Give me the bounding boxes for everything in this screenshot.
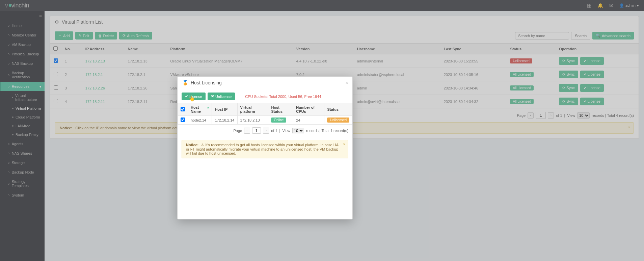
mpager-next[interactable]: ›	[263, 128, 269, 134]
mpager-lbl: Page	[234, 129, 242, 133]
mcol-host[interactable]: Host Name▲	[188, 103, 212, 116]
unlicense-button[interactable]: ✖Unlicense	[208, 93, 235, 100]
license-icon: 🏅	[182, 80, 188, 85]
host-cpus: 24	[293, 116, 324, 125]
mpager-prev[interactable]: ‹	[244, 128, 250, 134]
host-license-badge: Unlicensed	[327, 118, 349, 123]
modal-header: 🏅 Host Licensing ×	[178, 77, 352, 89]
m-check-all[interactable]	[181, 107, 185, 111]
check-icon: ✔	[185, 94, 188, 99]
mcol-vp[interactable]: Virtual platform	[237, 103, 268, 116]
mcol-check[interactable]	[178, 103, 188, 116]
x-icon: ✖	[211, 94, 214, 99]
host-status-cell: Online	[268, 116, 293, 125]
license-button[interactable]: ✔License	[182, 93, 206, 100]
mpager-of: of 1	[271, 129, 277, 133]
mcol-st[interactable]: Status	[324, 103, 352, 116]
host-status-badge: Online	[271, 118, 286, 123]
mpager-view: View	[282, 129, 290, 133]
host-row-check[interactable]	[181, 118, 185, 122]
modal-close-icon[interactable]: ×	[346, 80, 348, 85]
modal-pager: Page ‹ › of 1 | View 10 records | Total …	[178, 125, 352, 136]
sort-asc-icon: ▲	[206, 105, 210, 109]
mcol-hs[interactable]: Host Status	[268, 103, 293, 116]
host-name: node2.14	[188, 116, 212, 125]
host-vp: 172.18.2.13	[237, 116, 268, 125]
host-row[interactable]: node2.14 172.18.2.14 172.18.2.13 Online …	[178, 116, 352, 125]
modal-title: Host Licensing	[191, 80, 222, 85]
mcol-ip[interactable]: Host IP	[212, 103, 237, 116]
host-lic-cell: Unlicensed	[324, 116, 352, 125]
cpu-sockets-info: CPU Sockets: Total 2000, Used 56, Free 1…	[245, 95, 321, 99]
mpager-page[interactable]	[252, 127, 261, 134]
host-licensing-modal: 🏅 Host Licensing × ✔License ✖Unlicense C…	[177, 76, 353, 219]
mnotice-close-icon[interactable]: ×	[343, 142, 345, 146]
mnotice-text: It's recommended to get all hosts licens…	[186, 143, 338, 155]
modal-toolbar: ✔License ✖Unlicense CPU Sockets: Total 2…	[178, 89, 352, 103]
mpager-per[interactable]: 10	[292, 128, 304, 133]
host-table: Host Name▲ Host IP Virtual platform Host…	[178, 103, 352, 125]
mpager-tail: records | Total 1 record(s)	[306, 129, 348, 133]
warn-icon: ⚠	[201, 143, 204, 147]
modal-notice: Notice: ⚠ It's recommended to get all ho…	[182, 140, 348, 158]
mcol-cpu[interactable]: Number of CPUs	[293, 103, 324, 116]
host-ip: 172.18.2.14	[212, 116, 237, 125]
mnotice-lbl: Notice:	[186, 143, 198, 147]
